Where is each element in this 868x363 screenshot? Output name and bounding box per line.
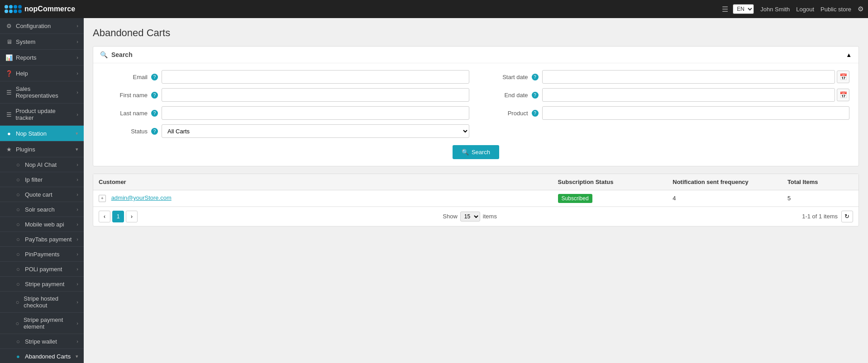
product-label: Product [483, 110, 528, 117]
sidebar-item-stripe-wallet[interactable]: ○ Stripe wallet › [0, 334, 84, 349]
sidebar-item-stripe-payment[interactable]: ○ Stripe payment › [0, 277, 84, 292]
first-name-input[interactable] [162, 88, 469, 102]
end-date-wrapper: 📅 [542, 88, 850, 102]
email-help-icon[interactable]: ? [151, 74, 158, 80]
end-date-calendar-icon[interactable]: 📅 [837, 89, 849, 101]
start-date-row: Start date ? 📅 [483, 70, 850, 84]
sidebar-item-product-update-tracker[interactable]: ☰ Product update tracker › [0, 104, 84, 126]
chevron-icon: › [76, 39, 78, 44]
chevron-icon: › [76, 177, 78, 182]
product-input[interactable] [542, 106, 850, 120]
last-name-help-icon[interactable]: ? [151, 110, 158, 117]
sidebar-item-stripe-payment-element[interactable]: ○ Stripe payment element › [0, 313, 84, 334]
first-name-label: First name [102, 92, 148, 99]
show-select[interactable]: 15 25 50 [460, 212, 480, 222]
sidebar-item-reports[interactable]: 📊 Reports › [0, 50, 84, 66]
search-button[interactable]: 🔍 Search [453, 145, 499, 159]
prev-page-button[interactable]: ‹ [99, 211, 110, 222]
logout-link[interactable]: Logout [796, 6, 814, 13]
logo-dot [14, 5, 17, 9]
search-panel-header[interactable]: 🔍 Search ▲ [93, 47, 858, 63]
language-select[interactable]: EN [733, 4, 754, 14]
customer-email-link[interactable]: admin@yourStore.com [111, 194, 172, 201]
logo-dot [5, 5, 8, 9]
top-navigation: nopCommerce ☰ EN John Smith Logout Publi… [0, 0, 868, 18]
search-magnifier-icon: 🔍 [100, 51, 108, 58]
chevron-icon: › [76, 222, 78, 227]
table-body: + admin@yourStore.com Subscribed 4 5 [93, 190, 858, 207]
email-label: Email [102, 74, 148, 80]
sidebar-item-stripe-hosted-checkout[interactable]: ○ Stripe hosted checkout › [0, 292, 84, 313]
pagination-summary: 1-1 of 1 items [802, 213, 838, 220]
poli-payment-icon: ○ [14, 265, 22, 273]
last-name-input[interactable] [162, 106, 469, 120]
next-page-button[interactable]: › [126, 211, 138, 222]
sidebar-item-nop-ai-chat[interactable]: ○ Nop AI Chat › [0, 157, 84, 172]
chevron-down-icon: ▾ [76, 146, 78, 152]
email-input[interactable] [162, 70, 469, 84]
email-row: Email ? [102, 70, 469, 84]
sidebar-item-configuration-label: Configuration [16, 23, 51, 29]
sidebar-item-pinpayments[interactable]: ○ PinPayments › [0, 247, 84, 262]
start-date-input[interactable] [542, 70, 835, 84]
left-fields: Email ? First name ? Last name ? [102, 70, 469, 138]
expand-row-button[interactable]: + [99, 195, 106, 202]
start-date-wrapper: 📅 [542, 70, 850, 84]
status-help-icon[interactable]: ? [151, 128, 158, 135]
sidebar-item-paytabs-payment[interactable]: ○ PayTabs payment › [0, 232, 84, 247]
chevron-icon: › [76, 266, 78, 272]
sidebar-item-nop-station[interactable]: ● Nop Station ▾ [0, 126, 84, 141]
main-content: Abandoned Carts 🔍 Search ▲ Email ? [84, 18, 868, 363]
product-row: Product ? [483, 106, 850, 120]
pagination-left: ‹ 1 › [99, 211, 138, 222]
settings-icon[interactable]: ⚙ [858, 5, 863, 13]
sidebar-item-ip-filter[interactable]: ○ Ip filter › [0, 172, 84, 187]
sidebar-item-solr-search[interactable]: ○ Solr search › [0, 202, 84, 217]
chevron-icon: › [76, 281, 78, 287]
sidebar-item-ip-filter-label: Ip filter [25, 176, 43, 183]
public-store-link[interactable]: Public store [820, 6, 851, 13]
status-select[interactable]: All Carts Subscribed Unsubscribed [162, 124, 469, 138]
sidebar-item-plugins[interactable]: ★ Plugins ▾ [0, 141, 84, 157]
refresh-button[interactable]: ↻ [841, 211, 853, 222]
sidebar-item-nop-ai-chat-label: Nop AI Chat [25, 161, 57, 168]
plugins-icon: ★ [5, 146, 13, 153]
end-date-input[interactable] [542, 88, 835, 102]
user-name: John Smith [760, 6, 790, 13]
col-header-notification-freq: Notification sent frequency [667, 174, 782, 190]
stripe-payment-icon: ○ [14, 280, 22, 288]
product-update-icon: ☰ [5, 111, 13, 118]
chevron-icon: › [76, 207, 78, 212]
paytabs-icon: ○ [14, 236, 22, 243]
sidebar-item-plugins-label: Plugins [16, 146, 35, 153]
nop-ai-chat-icon: ○ [14, 161, 22, 168]
sidebar-item-configuration[interactable]: ⚙ Configuration › [0, 18, 84, 34]
quote-cart-icon: ○ [14, 191, 22, 198]
logo-dot [14, 9, 17, 13]
chevron-icon: › [76, 192, 78, 197]
pagination-right: 1-1 of 1 items ↻ [802, 211, 853, 222]
sidebar-item-sales-reps[interactable]: ☰ Sales Representatives › [0, 81, 84, 104]
product-help-icon[interactable]: ? [532, 110, 539, 117]
end-date-help-icon[interactable]: ? [532, 92, 539, 99]
sidebar-item-quote-cart[interactable]: ○ Quote cart › [0, 187, 84, 202]
reports-icon: 📊 [5, 54, 13, 61]
chevron-icon: › [76, 71, 78, 76]
sidebar-item-abandoned-carts[interactable]: ● Abandoned Carts ▾ [0, 349, 84, 363]
start-date-help-icon[interactable]: ? [532, 74, 539, 80]
sidebar-item-poli-payment[interactable]: ○ POLi payment › [0, 262, 84, 277]
first-name-row: First name ? [102, 88, 469, 102]
first-name-help-icon[interactable]: ? [151, 92, 158, 99]
col-header-customer: Customer [93, 174, 553, 190]
hamburger-icon[interactable]: ☰ [722, 5, 728, 14]
sidebar-item-help[interactable]: ❓ Help › [0, 66, 84, 81]
start-date-calendar-icon[interactable]: 📅 [837, 71, 849, 83]
chevron-icon: › [76, 339, 78, 344]
nop-station-icon: ● [5, 130, 13, 137]
topnav-right: EN John Smith Logout Public store ⚙ [733, 4, 863, 14]
sidebar-item-mobile-web-api[interactable]: ○ Mobile web api › [0, 217, 84, 232]
stripe-hosted-checkout-icon: ○ [14, 298, 20, 306]
chevron-icon: › [76, 162, 78, 167]
sidebar-item-system[interactable]: 🖥 System › [0, 34, 84, 50]
page-1-button[interactable]: 1 [112, 211, 124, 222]
